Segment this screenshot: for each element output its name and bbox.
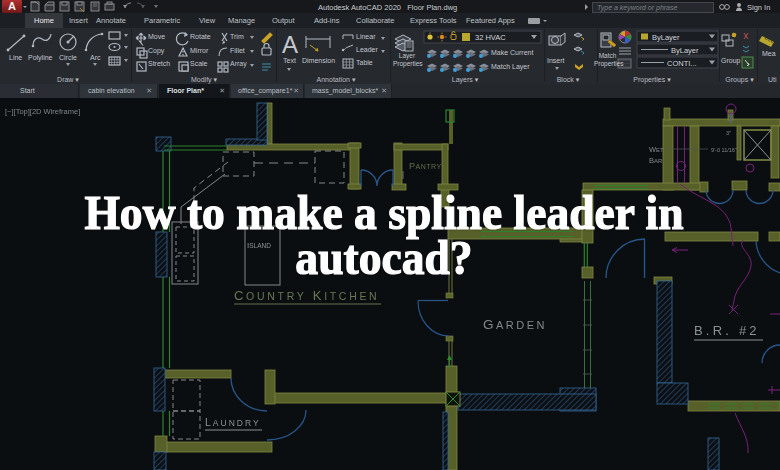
svg-text:Match Layer: Match Layer bbox=[491, 63, 530, 71]
svg-text:ByLayer: ByLayer bbox=[652, 33, 680, 42]
svg-text:3": 3" bbox=[726, 130, 731, 136]
svg-text:CONTI...: CONTI... bbox=[667, 59, 697, 68]
svg-text:LAUNDRY: LAUNDRY bbox=[205, 416, 261, 428]
svg-text:Make Current: Make Current bbox=[491, 49, 533, 56]
svg-text:BAR: BAR bbox=[649, 156, 663, 165]
svg-text:PANTRY: PANTRY bbox=[409, 161, 442, 171]
svg-text:A: A bbox=[282, 31, 298, 58]
svg-text:Mea: Mea bbox=[762, 50, 776, 57]
svg-text:9'-0 11/16": 9'-0 11/16" bbox=[711, 147, 737, 153]
svg-text:COUNTRY KITCHEN: COUNTRY KITCHEN bbox=[234, 288, 379, 303]
svg-text:[−][Top][2D Wireframe]: [−][Top][2D Wireframe] bbox=[5, 107, 80, 116]
svg-text:B.R. #2: B.R. #2 bbox=[694, 323, 760, 338]
svg-text:WET: WET bbox=[649, 145, 664, 154]
svg-text:ByLayer: ByLayer bbox=[671, 46, 699, 55]
svg-text:32 HVAC: 32 HVAC bbox=[475, 33, 506, 42]
svg-text:GARDEN: GARDEN bbox=[483, 317, 547, 332]
